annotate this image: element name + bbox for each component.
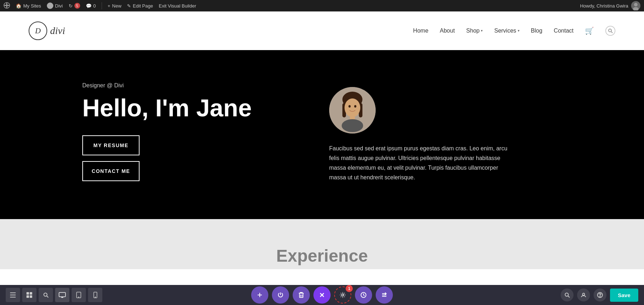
svg-rect-19: [30, 292, 32, 295]
hero-right: Faucibus sed sed erat ipsum purus egesta…: [315, 87, 562, 183]
my-sites-btn[interactable]: 🏠 My Sites: [16, 3, 41, 9]
cart-icon[interactable]: 🛒: [585, 26, 594, 35]
svg-point-28: [78, 297, 79, 297]
svg-point-14: [342, 119, 363, 132]
plus-icon: +: [108, 3, 111, 9]
nav-contact[interactable]: Contact: [554, 28, 574, 34]
svg-rect-21: [30, 295, 32, 298]
svg-rect-34: [299, 293, 303, 297]
logo-text: divi: [50, 25, 65, 37]
vb-sort-btn[interactable]: [376, 286, 393, 304]
new-btn[interactable]: + New: [108, 3, 122, 9]
experience-section-peek: Experience: [0, 219, 644, 269]
hero-description: Faucibus sed sed erat ipsum purus egesta…: [329, 144, 515, 183]
nav-blog[interactable]: Blog: [531, 28, 542, 34]
svg-point-4: [609, 29, 611, 32]
vb-right-user[interactable]: [577, 289, 590, 301]
exit-vb-btn[interactable]: Exit Visual Builder: [159, 3, 196, 9]
search-btn[interactable]: [605, 26, 615, 36]
vb-right-help[interactable]: [594, 289, 606, 301]
divider: [102, 2, 102, 9]
services-dropdown-arrow: ▾: [518, 29, 519, 33]
vb-close-btn[interactable]: [313, 286, 331, 304]
svg-line-5: [611, 32, 613, 33]
vb-desktop-btn[interactable]: [55, 288, 69, 302]
hero-section: Designer @ Divi Hello, I'm Jane MY RESUM…: [0, 50, 644, 219]
nav-home[interactable]: Home: [413, 28, 429, 34]
svg-point-11: [348, 105, 351, 107]
admin-bar-right: Howdy, Christina Gwira: [580, 1, 640, 10]
updates-btn[interactable]: ↻ 5: [69, 3, 80, 9]
vb-toolbar: 1: [0, 285, 644, 305]
svg-point-3: [633, 7, 639, 10]
updates-icon: ↻: [69, 3, 73, 9]
resume-button[interactable]: MY RESUME: [82, 135, 140, 155]
vb-tablet-btn[interactable]: [72, 288, 86, 302]
comments-icon: 💬: [86, 3, 92, 9]
notification-badge: 1: [346, 285, 353, 292]
comments-btn[interactable]: 💬 0: [86, 3, 96, 9]
updates-count: 5: [74, 3, 80, 9]
vb-history-btn[interactable]: [355, 286, 372, 304]
svg-rect-16: [10, 295, 16, 295]
site-nav: Home About Shop ▾ Services ▾ Blog Contac…: [413, 26, 615, 36]
experience-title: Experience: [276, 246, 368, 266]
svg-rect-17: [10, 297, 16, 297]
svg-point-12: [354, 105, 356, 107]
vb-add-btn[interactable]: [251, 286, 268, 304]
wordpress-icon: [4, 2, 10, 10]
vb-mobile-btn[interactable]: [88, 288, 102, 302]
vb-power-btn[interactable]: [272, 286, 289, 304]
vb-search-btn[interactable]: [39, 288, 53, 302]
vb-right-search[interactable]: [561, 289, 574, 301]
svg-point-39: [342, 294, 344, 296]
save-button[interactable]: Save: [610, 289, 638, 302]
vb-menu-btn[interactable]: [6, 288, 20, 302]
shop-dropdown-arrow: ▾: [481, 29, 483, 33]
divi-icon: [47, 3, 53, 9]
edit-page-btn[interactable]: ✎ Edit Page: [127, 3, 153, 9]
edit-icon: ✎: [127, 3, 131, 9]
site-logo[interactable]: D divi: [29, 21, 65, 40]
svg-rect-24: [59, 292, 65, 297]
admin-bar: 🏠 My Sites Divi ↻ 5 💬 0 + New ✎ Edit Pag…: [0, 0, 644, 11]
svg-line-45: [568, 296, 570, 298]
svg-point-22: [44, 293, 47, 296]
svg-point-46: [582, 293, 585, 295]
nav-shop[interactable]: Shop ▾: [466, 28, 483, 34]
site-header: D divi Home About Shop ▾ Services ▾ Blog…: [0, 11, 644, 50]
svg-point-10: [345, 98, 360, 117]
nav-services[interactable]: Services ▾: [494, 28, 519, 34]
hero-avatar: [329, 87, 376, 134]
nav-about[interactable]: About: [440, 28, 455, 34]
hero-title: Hello, I'm Jane: [82, 95, 315, 121]
svg-point-48: [600, 296, 600, 297]
svg-rect-18: [26, 292, 29, 295]
svg-point-2: [634, 3, 638, 6]
vb-trash-btn[interactable]: [293, 286, 310, 304]
vb-left-tools: [6, 288, 102, 302]
hero-subtitle: Designer @ Divi: [82, 82, 315, 89]
vb-settings-btn[interactable]: 1: [334, 286, 351, 304]
vb-center-tools: 1: [251, 286, 393, 304]
divi-btn[interactable]: Divi: [47, 3, 63, 9]
hero-left: Designer @ Divi Hello, I'm Jane MY RESUM…: [82, 82, 315, 187]
vb-grid-btn[interactable]: [22, 288, 36, 302]
svg-line-23: [47, 296, 49, 298]
svg-point-30: [95, 297, 96, 297]
svg-point-44: [565, 293, 568, 296]
svg-rect-20: [26, 295, 29, 298]
sites-icon: 🏠: [16, 3, 21, 9]
contact-button[interactable]: CONTACT ME: [82, 161, 140, 181]
wp-logo[interactable]: [4, 2, 10, 10]
vb-right-tools: Save: [561, 289, 638, 302]
svg-rect-15: [10, 292, 16, 293]
user-avatar[interactable]: [631, 1, 640, 10]
logo-circle: D: [29, 21, 47, 40]
